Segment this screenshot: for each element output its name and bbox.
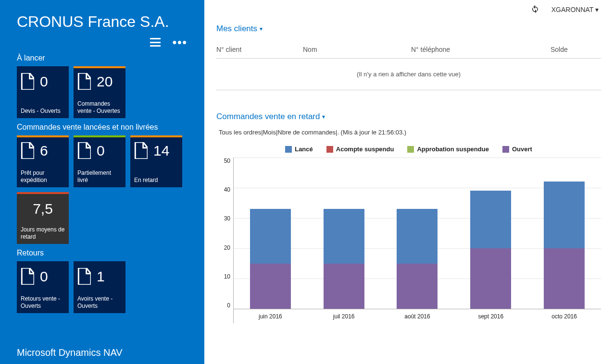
section-link-commandes-retard[interactable]: Commandes vente en retard ▾	[216, 112, 325, 121]
tile-label: Commandes vente - Ouvertes	[77, 100, 122, 114]
chevron-down-icon: ▾	[260, 25, 263, 32]
legend-item-acompte[interactable]: Acompte suspendu	[326, 146, 394, 153]
clients-empty-message: (Il n'y a rien à afficher dans cette vue…	[216, 59, 601, 90]
document-icon	[77, 268, 91, 285]
x-tick: août 2016	[397, 313, 438, 320]
section-link-label: Commandes vente en retard	[216, 112, 320, 121]
document-icon	[21, 73, 34, 90]
x-tick: octo 2016	[544, 313, 585, 320]
tile-value: 0	[40, 268, 48, 285]
col-nom[interactable]: Nom	[303, 46, 411, 53]
tile-pret-expedition[interactable]: 6 Prêt pour expédition	[17, 135, 69, 187]
tile-value: 0	[97, 143, 105, 159]
section-link-mes-clients[interactable]: Mes clients ▾	[216, 24, 263, 34]
section-title-launched: Commandes vente lancées et non livrées	[17, 123, 190, 132]
tile-en-retard[interactable]: 14 En retard	[130, 135, 182, 187]
bar-group[interactable]	[470, 191, 511, 309]
orders-caption: Tous les ordres|Mois|Nbre de commandes|.…	[219, 129, 601, 136]
bar-group[interactable]	[324, 209, 364, 309]
x-tick: juin 2016	[250, 313, 291, 320]
tile-value: 20	[97, 73, 113, 90]
document-icon	[77, 73, 91, 90]
tile-retours-ouverts[interactable]: 0 Retours vente - Ouverts	[17, 261, 69, 313]
tile-label: Retours vente - Ouverts	[21, 295, 65, 309]
tile-value: 1	[97, 268, 105, 285]
section-title-to-launch: À lancer	[17, 54, 190, 62]
bar-group[interactable]	[397, 209, 438, 309]
y-axis: 50403020100	[216, 158, 233, 309]
user-menu[interactable]: XGARONNAT ▾	[551, 6, 599, 13]
chevron-down-icon: ▾	[322, 113, 325, 120]
product-brand: Microsoft Dynamics NAV	[17, 347, 123, 358]
main-content: XGARONNAT ▾ Mes clients ▾ N° client Nom …	[204, 0, 613, 364]
user-name: XGARONNAT	[551, 6, 593, 13]
legend-item-ouvert[interactable]: Ouvert	[502, 146, 532, 153]
document-icon	[134, 142, 148, 159]
x-tick: juil 2016	[324, 313, 364, 320]
tile-jours-moyens-retard[interactable]: 7,5 Jours moyens de retard	[17, 192, 69, 244]
clients-table-header: N° client Nom N° téléphone Solde	[216, 34, 601, 59]
tile-label: Partiellement livré	[77, 170, 122, 183]
tile-label: Prêt pour expédition	[21, 170, 65, 183]
section-title-returns: Retours	[17, 249, 190, 257]
tile-label: Devis - Ouverts	[21, 108, 65, 114]
legend-item-approb[interactable]: Approbation suspendue	[407, 146, 489, 153]
company-name: CRONUS France S.A.	[17, 13, 190, 31]
col-solde[interactable]: Solde	[550, 46, 601, 53]
plot-area: juin 2016juil 2016août 2016sept 2016octo…	[233, 158, 601, 323]
tile-value: 14	[153, 143, 169, 159]
tile-devis-ouverts[interactable]: 0 Devis - Ouverts	[17, 66, 69, 118]
x-tick: sept 2016	[470, 313, 511, 320]
document-icon	[21, 268, 34, 285]
bar-group[interactable]	[544, 182, 585, 309]
sidebar: CRONUS France S.A. ••• À lancer 0 Devis …	[0, 0, 204, 364]
more-icon[interactable]: •••	[173, 36, 188, 49]
tile-commandes-ouvertes[interactable]: 20 Commandes vente - Ouvertes	[74, 66, 125, 118]
document-icon	[21, 142, 34, 159]
tile-value: 0	[40, 73, 48, 90]
chart-legend: Lancé Acompte suspendu Approbation suspe…	[216, 146, 601, 153]
section-link-label: Mes clients	[216, 24, 257, 34]
tile-value: 6	[40, 143, 48, 159]
tile-value: 7,5	[21, 201, 65, 217]
tile-label: En retard	[134, 177, 178, 183]
refresh-icon[interactable]	[531, 5, 539, 15]
bar-group[interactable]	[250, 209, 291, 309]
tile-label: Jours moyens de retard	[21, 226, 65, 240]
legend-item-lance[interactable]: Lancé	[285, 146, 313, 153]
tile-avoirs-ouverts[interactable]: 1 Avoirs vente - Ouverts	[74, 261, 125, 313]
menu-icon[interactable]	[150, 38, 161, 47]
tile-label: Avoirs vente - Ouverts	[77, 295, 122, 309]
bars	[234, 158, 601, 309]
col-nclient[interactable]: N° client	[216, 46, 303, 53]
chart: 50403020100 juin 2016juil 2016août 2016s…	[216, 158, 601, 323]
chevron-down-icon: ▾	[595, 6, 599, 13]
col-tel[interactable]: N° téléphone	[411, 46, 550, 53]
document-icon	[77, 142, 91, 159]
tile-partiellement-livre[interactable]: 0 Partiellement livré	[74, 135, 125, 187]
x-axis: juin 2016juil 2016août 2016sept 2016octo…	[234, 309, 601, 323]
